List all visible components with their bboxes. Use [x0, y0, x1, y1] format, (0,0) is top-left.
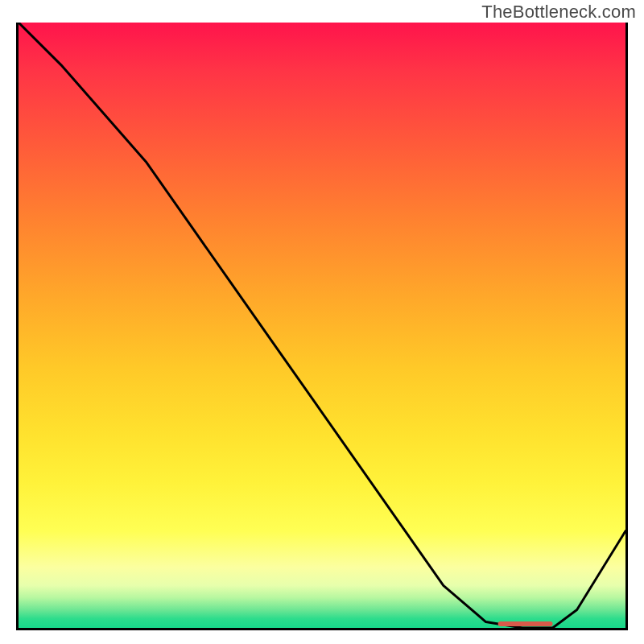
chart-frame: TheBottleneck.com — [0, 0, 644, 644]
chart-svg — [19, 23, 625, 628]
highlight-band — [498, 621, 553, 626]
bottleneck-curve-path — [19, 23, 625, 628]
plot-area — [16, 23, 628, 630]
watermark-text: TheBottleneck.com — [481, 2, 636, 23]
